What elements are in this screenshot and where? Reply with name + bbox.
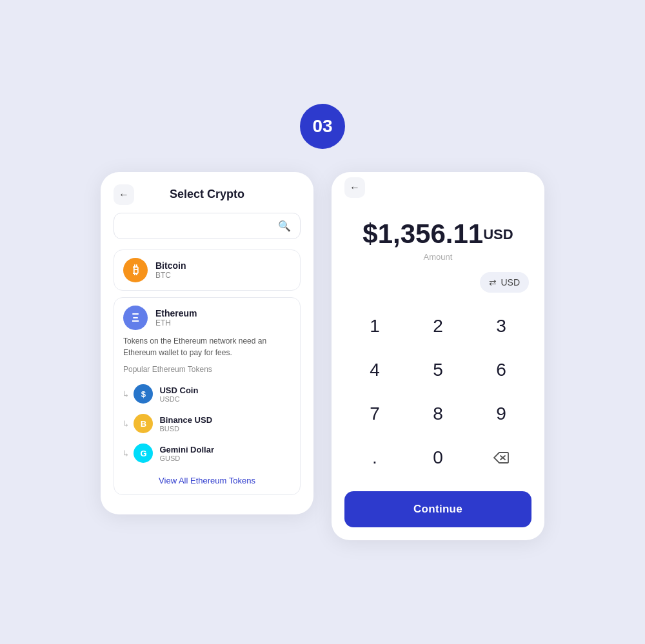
left-card-title: Select Crypto (170, 188, 244, 201)
amount-display: $1,356.11USD Amount (344, 199, 531, 272)
right-back-button[interactable]: ← (344, 177, 365, 198)
busd-indent-icon: ↳ (123, 418, 128, 429)
bitcoin-symbol: BTC (155, 271, 186, 280)
ethereum-section: Ξ Ethereum ETH Tokens on the Ethereum ne… (114, 297, 301, 495)
usdc-info: USD Coin USDC (159, 385, 198, 403)
view-all-link[interactable]: View All Ethereum Tokens (123, 476, 291, 485)
search-icon: 🔍 (278, 220, 291, 232)
bitcoin-info: Bitcoin BTC (155, 260, 186, 280)
ethereum-info: Ethereum ETH (155, 308, 197, 327)
search-input[interactable] (123, 221, 278, 231)
numpad-0[interactable]: 0 (408, 437, 468, 478)
numpad-7[interactable]: 7 (344, 393, 405, 434)
ethereum-icon: Ξ (123, 306, 148, 330)
amount-label: Amount (351, 252, 525, 262)
gusd-icon: G (134, 444, 153, 463)
right-back-arrow-icon: ← (350, 182, 360, 193)
usdc-indent-icon: ↳ (123, 389, 128, 399)
numpad: 1 2 3 4 5 6 7 8 9 . 0 (344, 306, 531, 478)
numpad-8[interactable]: 8 (408, 393, 468, 434)
numpad-backspace[interactable] (471, 437, 531, 478)
busd-token-item[interactable]: ↳ B Binance USD BUSD (123, 409, 291, 438)
usdc-token-item[interactable]: ↳ $ USD Coin USDC (123, 379, 291, 409)
bitcoin-item[interactable]: ₿ Bitcoin BTC (114, 249, 301, 291)
ethereum-top[interactable]: Ξ Ethereum ETH (123, 306, 291, 330)
search-box: 🔍 (114, 213, 301, 239)
numpad-9[interactable]: 9 (471, 393, 531, 434)
gusd-symbol: GUSD (159, 454, 214, 462)
currency-toggle-label: USD (501, 277, 520, 288)
bitcoin-name: Bitcoin (155, 260, 186, 271)
currency-toggle-button[interactable]: ⇄ USD (480, 272, 529, 293)
busd-symbol: BUSD (159, 425, 212, 433)
numpad-dot[interactable]: . (344, 437, 405, 478)
ethereum-description: Tokens on the Ethereum network need an E… (123, 335, 291, 358)
select-crypto-card: ← Select Crypto 🔍 ₿ Bitcoin BTC Ξ Ethere… (101, 172, 313, 514)
amount-value: $1,356.11 (362, 219, 483, 249)
busd-info: Binance USD BUSD (159, 415, 212, 433)
ethereum-name: Ethereum (155, 308, 197, 318)
amount-value-row: $1,356.11USD (351, 219, 525, 249)
gusd-info: Gemini Dollar GUSD (159, 445, 214, 462)
screens-container: ← Select Crypto 🔍 ₿ Bitcoin BTC Ξ Ethere… (101, 172, 544, 540)
gusd-name: Gemini Dollar (159, 445, 214, 454)
amount-card: ← $1,356.11USD Amount ⇄ USD 1 2 3 4 5 6 … (332, 172, 544, 540)
amount-currency: USD (483, 226, 513, 242)
numpad-3[interactable]: 3 (471, 306, 531, 347)
left-back-button[interactable]: ← (114, 184, 134, 205)
bitcoin-icon: ₿ (123, 258, 148, 282)
numpad-5[interactable]: 5 (408, 349, 468, 391)
gusd-token-item[interactable]: ↳ G Gemini Dollar GUSD (123, 438, 291, 468)
busd-icon: B (134, 414, 153, 433)
numpad-6[interactable]: 6 (471, 349, 531, 391)
gusd-indent-icon: ↳ (123, 448, 128, 458)
step-badge: 03 (300, 104, 345, 149)
usdc-icon: $ (134, 384, 153, 404)
left-back-arrow-icon: ← (119, 189, 129, 200)
continue-button[interactable]: Continue (344, 491, 531, 527)
popular-label: Popular Ethereum Tokens (123, 365, 291, 374)
swap-icon: ⇄ (489, 277, 497, 288)
numpad-4[interactable]: 4 (344, 349, 405, 391)
busd-name: Binance USD (159, 415, 212, 425)
numpad-1[interactable]: 1 (344, 306, 405, 347)
currency-toggle-row: ⇄ USD (344, 272, 531, 293)
left-card-header: ← Select Crypto (114, 188, 301, 201)
numpad-2[interactable]: 2 (408, 306, 468, 347)
usdc-name: USD Coin (159, 385, 198, 395)
usdc-symbol: USDC (159, 395, 198, 403)
ethereum-symbol: ETH (155, 318, 197, 327)
